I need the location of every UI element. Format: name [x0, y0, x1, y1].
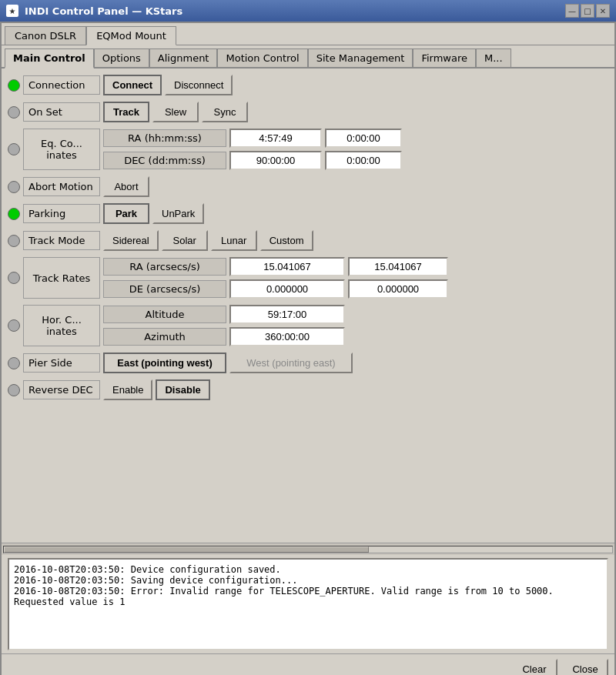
reverse-dec-row: Reverse DEC Enable Disable — [8, 379, 608, 400]
ra-rate-label: RA (arcsecs/s) — [103, 258, 226, 276]
eq-coordinates-indicator — [8, 143, 20, 155]
ra-row: RA (hh:mm:ss) — [103, 129, 402, 148]
pier-side-row: Pier Side East (pointing west) West (poi… — [8, 353, 608, 373]
dec-value-input[interactable] — [229, 151, 322, 170]
bottom-bar: Clear Close — [2, 653, 614, 675]
log-line-2: 2016-10-08T20:03:50: Saving device confi… — [14, 575, 602, 586]
azimuth-label: Azimuth — [103, 328, 226, 346]
park-button[interactable]: Park — [103, 203, 149, 224]
east-button[interactable]: East (pointing west) — [103, 353, 226, 373]
app-icon: ★ — [6, 5, 18, 17]
hor-coordinates-label: Hor. C... inates — [23, 305, 100, 346]
tab-site-management[interactable]: Site Management — [308, 48, 413, 67]
track-button[interactable]: Track — [103, 102, 149, 122]
tab-options[interactable]: Options — [94, 48, 149, 67]
connection-indicator — [8, 79, 20, 92]
hor-coordinates-row: Hor. C... inates Altitude Azimuth — [8, 305, 608, 346]
disconnect-button[interactable]: Disconnect — [165, 75, 233, 95]
lunar-button[interactable]: Lunar — [211, 230, 257, 251]
track-rates-indicator — [8, 272, 20, 284]
ra-rate-row: RA (arcsecs/s) — [103, 257, 448, 276]
minimize-button[interactable]: — — [565, 4, 579, 18]
dec-extra-input[interactable] — [325, 151, 402, 170]
track-mode-indicator — [8, 235, 20, 247]
unpark-button[interactable]: UnPark — [152, 203, 204, 224]
de-rate-input[interactable] — [229, 279, 345, 299]
abort-label: Abort Motion — [23, 177, 100, 196]
horizontal-scrollbar[interactable] — [2, 543, 614, 555]
ra-extra-input[interactable] — [325, 129, 402, 148]
altitude-input[interactable] — [229, 305, 345, 324]
onset-label: On Set — [23, 102, 100, 122]
custom-button[interactable]: Custom — [260, 230, 313, 251]
track-rates-fields: RA (arcsecs/s) DE (arcsecs/s) — [103, 257, 448, 299]
azimuth-input[interactable] — [229, 327, 345, 346]
close-button-main[interactable]: Close — [562, 659, 608, 675]
content-area: Connection Connect Disconnect On Set Tra… — [2, 69, 614, 543]
tab-alignment[interactable]: Alignment — [149, 48, 218, 67]
device-tab-bar: Canon DSLR EQMod Mount — [2, 23, 614, 45]
log-area: 2016-10-08T20:03:50: Device configuratio… — [8, 558, 608, 650]
abort-button[interactable]: Abort — [103, 176, 149, 197]
hor-coordinates-fields: Altitude Azimuth — [103, 305, 345, 346]
reverse-dec-indicator — [8, 384, 20, 396]
enable-button[interactable]: Enable — [103, 379, 152, 400]
hor-coordinates-indicator — [8, 319, 20, 332]
track-mode-row: Track Mode Sidereal Solar Lunar Custom — [8, 230, 608, 251]
ra-value-input[interactable] — [229, 129, 322, 148]
altitude-row: Altitude — [103, 305, 345, 324]
tab-eqmod-mount[interactable]: EQMod Mount — [86, 26, 176, 45]
ra-rate-extra-input[interactable] — [348, 257, 448, 276]
tab-motion-control[interactable]: Motion Control — [217, 48, 307, 67]
main-window: Canon DSLR EQMod Mount Main Control Opti… — [0, 22, 616, 675]
tab-firmware[interactable]: Firmware — [413, 48, 476, 67]
dec-field-label: DEC (dd:mm:ss) — [103, 152, 226, 169]
eq-coordinates-label: Eq. Co... inates — [23, 129, 100, 170]
solar-button[interactable]: Solar — [162, 230, 208, 251]
parking-row: Parking Park UnPark — [8, 203, 608, 224]
scrollbar-track[interactable] — [3, 546, 613, 553]
onset-indicator — [8, 106, 20, 119]
track-rates-label: Track Rates — [23, 257, 100, 299]
de-rate-row: DE (arcsecs/s) — [103, 279, 448, 299]
section-tab-bar: Main Control Options Alignment Motion Co… — [2, 45, 614, 69]
eq-coordinates-fields: RA (hh:mm:ss) DEC (dd:mm:ss) — [103, 129, 402, 170]
abort-motion-row: Abort Motion Abort — [8, 176, 608, 197]
connection-row: Connection Connect Disconnect — [8, 75, 608, 95]
scrollbar-thumb[interactable] — [4, 546, 369, 553]
maximize-button[interactable]: □ — [581, 4, 594, 18]
parking-indicator — [8, 208, 20, 220]
sidereal-button[interactable]: Sidereal — [103, 230, 159, 251]
disable-button[interactable]: Disable — [156, 379, 209, 400]
onset-row: On Set Track Slew Sync — [8, 102, 608, 122]
dec-row: DEC (dd:mm:ss) — [103, 151, 402, 170]
log-line-1: 2016-10-08T20:03:50: Device configuratio… — [14, 564, 602, 575]
azimuth-row: Azimuth — [103, 327, 345, 346]
slew-button[interactable]: Slew — [152, 102, 199, 122]
de-rate-label: DE (arcsecs/s) — [103, 280, 226, 298]
tab-more[interactable]: M... — [476, 48, 511, 67]
window-title: INDI Control Panel — KStars — [25, 5, 559, 17]
track-mode-label: Track Mode — [23, 231, 100, 250]
titlebar: ★ INDI Control Panel — KStars — □ ✕ — [0, 0, 616, 22]
tab-canon-dslr[interactable]: Canon DSLR — [5, 26, 86, 45]
parking-label: Parking — [23, 204, 100, 223]
pier-side-indicator — [8, 357, 20, 369]
connection-label: Connection — [23, 75, 100, 95]
tab-main-control[interactable]: Main Control — [5, 48, 94, 69]
close-button[interactable]: ✕ — [596, 4, 610, 18]
sync-button[interactable]: Sync — [202, 102, 248, 122]
de-rate-extra-input[interactable] — [348, 279, 448, 299]
ra-rate-input[interactable] — [229, 257, 345, 276]
altitude-label: Altitude — [103, 306, 226, 323]
reverse-dec-label: Reverse DEC — [23, 380, 100, 399]
clear-button[interactable]: Clear — [511, 659, 557, 675]
west-button[interactable]: West (pointing east) — [229, 353, 353, 373]
ra-field-label: RA (hh:mm:ss) — [103, 129, 226, 147]
abort-indicator — [8, 181, 20, 193]
window-controls[interactable]: — □ ✕ — [565, 4, 610, 18]
connect-button[interactable]: Connect — [103, 75, 162, 95]
track-rates-row: Track Rates RA (arcsecs/s) DE (arcsecs/s… — [8, 257, 608, 299]
pier-side-label: Pier Side — [23, 353, 100, 373]
eq-coordinates-row: Eq. Co... inates RA (hh:mm:ss) DEC (dd:m… — [8, 129, 608, 170]
